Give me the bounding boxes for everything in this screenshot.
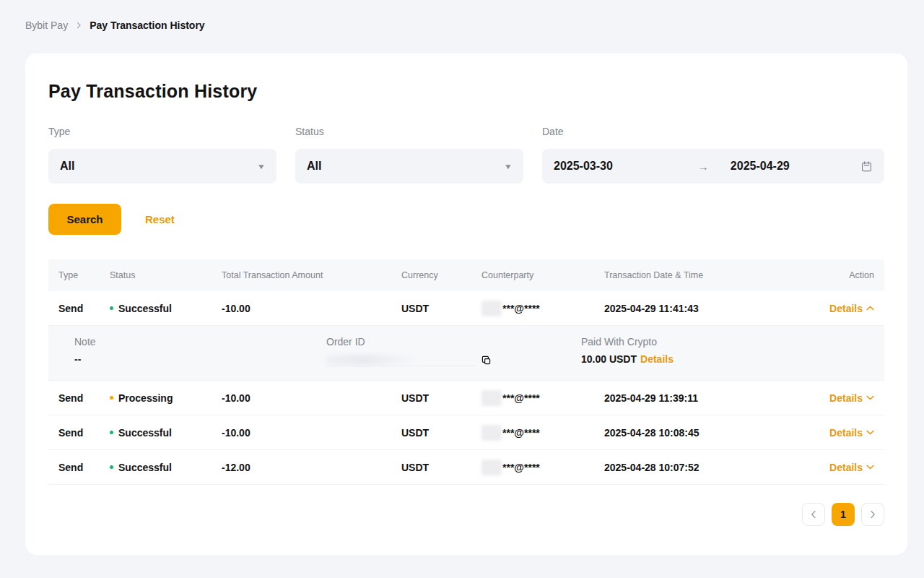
date-filter: Date 2025-03-30 → 2025-04-29 bbox=[542, 126, 884, 184]
cell-datetime: 2025-04-29 11:39:11 bbox=[604, 392, 777, 404]
paid-with-crypto-label: Paid With Crypto bbox=[581, 336, 884, 350]
cell-amount: -10.00 bbox=[222, 427, 401, 439]
details-label: Details bbox=[829, 462, 863, 473]
cell-currency: USDT bbox=[401, 462, 481, 473]
status-dot-icon bbox=[110, 396, 113, 400]
status-dot-icon bbox=[110, 306, 113, 310]
type-select[interactable]: All ▼ bbox=[48, 149, 276, 184]
date-start-value: 2025-03-30 bbox=[554, 160, 613, 173]
paid-details-link[interactable]: Details bbox=[640, 353, 674, 365]
counterparty-text: ***@**** bbox=[502, 303, 540, 314]
table-row: Send Successful -10.00 USDT ***@**** 202… bbox=[48, 291, 884, 326]
counterparty-text: ***@**** bbox=[502, 427, 540, 439]
details-toggle[interactable]: Details bbox=[829, 427, 874, 439]
redacted-blur bbox=[326, 355, 419, 365]
cell-amount: -10.00 bbox=[222, 303, 401, 314]
date-end-value: 2025-04-29 bbox=[731, 160, 790, 173]
chevron-down-icon bbox=[866, 395, 874, 400]
caret-down-icon: ▼ bbox=[504, 163, 513, 171]
chevron-up-icon bbox=[866, 306, 874, 311]
cell-counterparty: ***@**** bbox=[481, 301, 604, 316]
cell-type: Send bbox=[48, 303, 110, 314]
copy-icon bbox=[481, 355, 492, 366]
copy-button[interactable] bbox=[481, 355, 492, 366]
transaction-table: Type Status Total Transaction Amount Cur… bbox=[48, 259, 884, 485]
cell-status: Successful bbox=[110, 303, 222, 314]
cell-currency: USDT bbox=[401, 427, 481, 439]
next-page-button[interactable] bbox=[861, 503, 884, 526]
cell-counterparty: ***@**** bbox=[481, 425, 604, 441]
status-dot-icon bbox=[110, 431, 113, 434]
status-text: Successful bbox=[118, 303, 172, 314]
chevron-down-icon bbox=[866, 430, 874, 435]
cell-type: Send bbox=[48, 427, 110, 439]
cell-action: Details bbox=[777, 303, 884, 314]
status-select[interactable]: All ▼ bbox=[295, 149, 523, 184]
table-row: Send Processing -10.00 USDT ***@**** 202… bbox=[48, 381, 884, 415]
redacted-blur bbox=[481, 460, 502, 475]
status-select-value: All bbox=[307, 160, 321, 173]
cell-action: Details bbox=[777, 462, 884, 473]
cell-type: Send bbox=[48, 462, 110, 473]
date-range-picker[interactable]: 2025-03-30 → 2025-04-29 bbox=[542, 149, 884, 184]
table-header-row: Type Status Total Transaction Amount Cur… bbox=[48, 259, 884, 291]
calendar-icon bbox=[860, 160, 873, 173]
table-row: Send Successful -12.00 USDT ***@**** 202… bbox=[48, 450, 884, 485]
breadcrumb-parent-link[interactable]: Bybit Pay bbox=[25, 20, 68, 31]
cell-type: Send bbox=[48, 392, 110, 404]
details-toggle[interactable]: Details bbox=[829, 303, 874, 314]
breadcrumb-current: Pay Transaction History bbox=[90, 20, 205, 31]
counterparty-text: ***@**** bbox=[502, 392, 540, 404]
paid-with-crypto-block: Paid With Crypto 10.00 USDTDetails bbox=[581, 336, 884, 380]
filter-actions-row: Search Reset bbox=[48, 204, 884, 235]
cell-currency: USDT bbox=[401, 303, 481, 314]
redacted-blur bbox=[481, 301, 502, 316]
note-label: Note bbox=[74, 336, 326, 350]
header-currency: Currency bbox=[401, 270, 481, 280]
cell-datetime: 2025-04-28 10:07:52 bbox=[604, 462, 777, 473]
breadcrumb: Bybit Pay Pay Transaction History bbox=[25, 20, 205, 31]
details-toggle[interactable]: Details bbox=[829, 392, 874, 404]
status-text: Successful bbox=[118, 427, 172, 439]
order-id-label: Order ID bbox=[326, 336, 581, 350]
expanded-detail-panel: Note -- Order ID Paid With Crypto 10.00 … bbox=[48, 326, 884, 381]
cell-amount: -10.00 bbox=[222, 392, 401, 404]
status-text: Successful bbox=[118, 462, 172, 473]
cell-currency: USDT bbox=[401, 392, 481, 404]
details-label: Details bbox=[829, 392, 863, 404]
note-value: -- bbox=[74, 353, 326, 365]
type-filter-label: Type bbox=[48, 126, 276, 140]
redacted-blur bbox=[481, 390, 502, 406]
arrow-right-icon: → bbox=[698, 160, 709, 173]
cell-amount: -12.00 bbox=[222, 462, 401, 473]
header-amount: Total Transaction Amount bbox=[222, 270, 401, 280]
note-block: Note -- bbox=[74, 336, 326, 380]
details-toggle[interactable]: Details bbox=[829, 462, 874, 473]
order-id-redacted bbox=[326, 353, 475, 366]
paid-with-crypto-value: 10.00 USDTDetails bbox=[581, 353, 884, 365]
status-filter: Status All ▼ bbox=[295, 126, 523, 184]
type-select-value: All bbox=[60, 160, 74, 173]
page-number-button[interactable]: 1 bbox=[832, 503, 855, 526]
order-id-value-row bbox=[326, 353, 581, 366]
pay-transaction-history-card: Pay Transaction History Type All ▼ Statu… bbox=[25, 53, 907, 555]
search-button[interactable]: Search bbox=[48, 204, 121, 235]
cell-counterparty: ***@**** bbox=[481, 390, 604, 406]
cell-status: Successful bbox=[110, 462, 222, 473]
cell-status: Successful bbox=[110, 427, 222, 439]
type-filter: Type All ▼ bbox=[48, 126, 276, 184]
prev-page-button[interactable] bbox=[802, 503, 825, 526]
header-counterparty: Counterparty bbox=[481, 270, 604, 280]
reset-button[interactable]: Reset bbox=[145, 213, 175, 225]
redacted-blur bbox=[481, 425, 502, 441]
cell-datetime: 2025-04-28 10:08:45 bbox=[604, 427, 777, 439]
cell-datetime: 2025-04-29 11:41:43 bbox=[604, 303, 777, 314]
date-filter-label: Date bbox=[542, 126, 884, 140]
header-action: Action bbox=[777, 270, 884, 280]
status-filter-label: Status bbox=[295, 126, 523, 140]
status-dot-icon bbox=[110, 465, 113, 469]
header-status: Status bbox=[110, 270, 222, 280]
pagination: 1 bbox=[48, 503, 884, 526]
paid-amount: 10.00 USDT bbox=[581, 353, 637, 365]
header-type: Type bbox=[48, 270, 110, 280]
